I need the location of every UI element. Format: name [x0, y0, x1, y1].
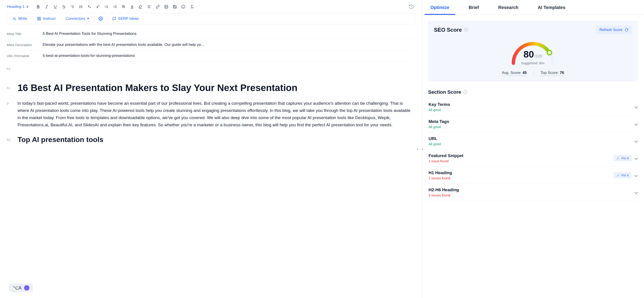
strikethrough-button[interactable]	[61, 4, 67, 10]
svg-point-12	[79, 6, 80, 7]
section-score-title: Section Score i	[428, 89, 638, 95]
svg-rect-35	[38, 17, 39, 18]
chevron-down-icon[interactable]	[634, 122, 638, 126]
section-item-name: Key Terms	[428, 102, 450, 107]
instruct-icon	[37, 17, 41, 21]
section-item-status: 1 issue found	[428, 159, 463, 163]
svg-rect-37	[38, 19, 39, 20]
heading-style-select[interactable]: Heading 1	[7, 4, 29, 10]
chevron-down-icon[interactable]	[634, 139, 638, 142]
underline-button[interactable]	[52, 4, 58, 10]
wand-icon	[616, 157, 620, 160]
info-icon[interactable]: i	[463, 90, 468, 94]
chevron-down-icon[interactable]	[634, 190, 638, 194]
write-action[interactable]: Write	[10, 16, 29, 22]
section-item-name: Meta Tags	[428, 119, 449, 124]
tab-brief[interactable]: Brief	[463, 0, 485, 14]
ai-actions-bar: Write Instruct Connectors SERP Ideas	[7, 13, 415, 24]
seo-gauge: 80/100 Suggested: 80+	[507, 39, 559, 66]
section-item-status: 3 issues found	[428, 193, 459, 197]
emoji-button[interactable]	[180, 4, 186, 10]
pane-resize-handle[interactable]: ⇠⇢	[416, 146, 424, 152]
text-color-button[interactable]	[129, 4, 135, 10]
document-body[interactable]: h1 h1 16 Best AI Presentation Makers to …	[0, 61, 422, 157]
settings-action[interactable]	[97, 16, 104, 22]
superscript-button[interactable]	[95, 4, 101, 10]
section-item-status: All good	[428, 108, 450, 112]
tab-ai-templates[interactable]: AI Templates	[532, 0, 571, 14]
subscript-button[interactable]	[86, 4, 92, 10]
chevron-down-icon[interactable]	[634, 174, 638, 177]
caret-down-icon	[87, 18, 89, 19]
connectors-label: Connectors	[66, 16, 85, 21]
keyboard-shortcut-badge[interactable]: ⌥A	[9, 284, 33, 292]
refresh-score-button[interactable]: Refresh Score	[596, 26, 632, 34]
document-paragraph[interactable]: In today's fast-paced world, presentatio…	[18, 100, 415, 129]
paragraph-direction-button[interactable]	[120, 4, 127, 10]
info-icon[interactable]: i	[464, 28, 468, 32]
refresh-icon	[625, 28, 628, 32]
section-item[interactable]: Key TermsAll good	[428, 98, 638, 116]
bold-button[interactable]	[35, 4, 41, 10]
section-item-status: All good	[428, 142, 441, 146]
serp-ideas-action[interactable]: SERP Ideas	[110, 16, 141, 22]
editor-toolbar: Heading 1	[0, 0, 422, 13]
clear-format-button[interactable]	[189, 4, 195, 10]
gutter-tag-h2: h2	[7, 136, 18, 142]
section-item[interactable]: Featured Snippet1 issue foundFix It	[428, 150, 638, 167]
shortcut-text: ⌥A	[12, 285, 22, 291]
fix-it-button[interactable]: Fix It	[614, 172, 632, 178]
section-item[interactable]: URLAll good	[428, 132, 638, 150]
meta-title-row[interactable]: Meta Title 5 Best AI Presentation Tools …	[7, 28, 415, 39]
section-item[interactable]: H2-H6 Heading3 issues found	[428, 184, 638, 201]
meta-description-row[interactable]: Meta Description Elevate your presentati…	[7, 39, 415, 50]
connectors-action[interactable]: Connectors	[63, 16, 92, 22]
section-item[interactable]: Meta TagsAll good	[428, 116, 638, 132]
chevron-down-icon[interactable]	[634, 156, 638, 160]
avg-score[interactable]: Avg. Score: 45	[502, 70, 527, 76]
instruct-action[interactable]: Instruct	[35, 16, 58, 22]
meta-url-value: 5-best-ai-presentation-tools-for-stunnin…	[43, 54, 135, 58]
unordered-list-button[interactable]	[78, 4, 84, 10]
empty-h1-block[interactable]	[18, 66, 415, 75]
section-item[interactable]: H1 Heading2 issues foundFix It	[428, 167, 638, 184]
tab-optimize[interactable]: Optimize	[424, 0, 455, 14]
document-h2[interactable]: Top AI presentation tools	[18, 136, 415, 144]
seo-score-max: /100	[534, 54, 542, 58]
gutter-tag-p: p	[7, 100, 18, 105]
indent-button[interactable]	[112, 4, 118, 10]
section-score-list: Key TermsAll goodMeta TagsAll goodURLAll…	[428, 98, 638, 201]
meta-title-value: 5 Best AI Presentation Tools for Stunnin…	[43, 32, 136, 36]
section-item-name: H2-H6 Heading	[428, 188, 459, 192]
caret-updown-icon	[26, 5, 29, 8]
tab-research[interactable]: Research	[492, 0, 524, 14]
save-button[interactable]	[172, 4, 178, 10]
svg-line-2	[46, 6, 47, 8]
svg-rect-36	[40, 17, 41, 18]
top-score[interactable]: Top Score: 76	[540, 70, 564, 76]
chevron-down-icon[interactable]	[634, 105, 638, 108]
ordered-list-button[interactable]	[69, 4, 76, 10]
wand-icon	[616, 174, 620, 177]
gutter-tag-h1: h1	[7, 66, 18, 70]
meta-description-label: Meta Description	[7, 43, 43, 47]
align-button[interactable]	[146, 4, 152, 10]
serp-label: SERP Ideas	[118, 16, 139, 21]
highlight-button[interactable]	[138, 4, 144, 10]
svg-point-11	[79, 6, 80, 6]
outdent-button[interactable]	[103, 4, 110, 10]
meta-url-row[interactable]: URL Permalink 5-best-ai-presentation-too…	[7, 50, 415, 61]
italic-button[interactable]	[44, 4, 50, 10]
write-label: Write	[18, 16, 27, 21]
refresh-label: Refresh Score	[600, 28, 622, 32]
fix-it-button[interactable]: Fix It	[614, 155, 632, 161]
seo-score-card: SEO Score i Refresh Score	[428, 21, 638, 82]
side-tabs: Optimize Brief Research AI Templates	[422, 0, 644, 15]
gear-icon	[98, 16, 103, 21]
document-h1[interactable]: 16 Best AI Presentation Makers to Slay Y…	[18, 82, 415, 94]
section-item-name: Featured Snippet	[428, 153, 463, 158]
link-button[interactable]	[154, 4, 161, 10]
meta-fields: Meta Title 5 Best AI Presentation Tools …	[0, 27, 422, 61]
history-button[interactable]	[408, 3, 415, 10]
image-button[interactable]	[163, 4, 170, 10]
